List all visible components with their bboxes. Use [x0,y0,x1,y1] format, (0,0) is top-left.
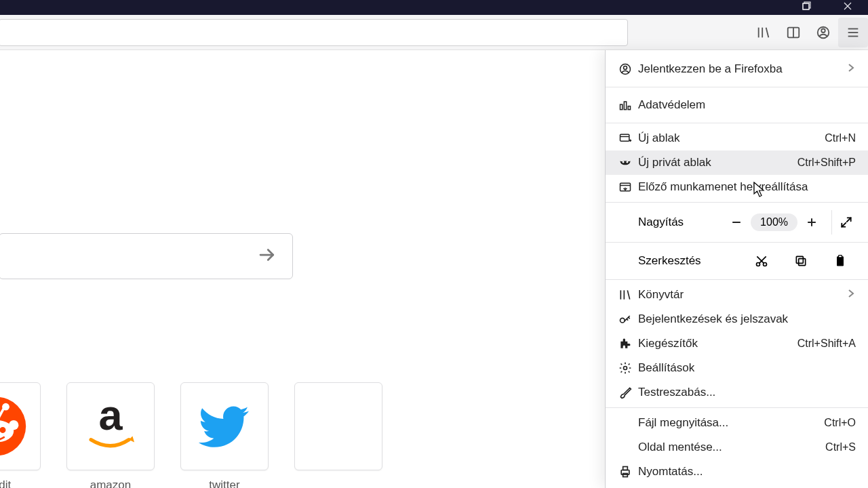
window-maximize-button[interactable] [787,0,827,12]
svg-point-11 [821,28,825,33]
zoom-out-button[interactable] [722,210,751,235]
menu-logins[interactable]: Bejelentkezések és jelszavak [606,307,868,331]
top-site-empty[interactable] [294,382,382,488]
zoom-in-button[interactable] [797,210,826,235]
fullscreen-button[interactable] [831,210,860,235]
browser-toolbar [0,15,868,50]
chevron-right-icon [846,62,856,76]
svg-point-54 [620,318,625,323]
menu-new-private-window[interactable]: Új privát ablak Ctrl+Shift+P [606,150,868,175]
printer-icon [615,465,635,479]
content-area: reddit a amazon twitter Jelentkezzen be … [0,50,868,488]
svg-point-58 [624,367,627,370]
svg-line-7 [766,27,769,37]
app-menu: Jelentkezzen be a Firefoxba Adatvédelem … [605,50,868,488]
home-search-box[interactable] [0,233,293,279]
svg-point-26 [624,66,627,69]
top-site-amazon[interactable]: a amazon [66,382,155,488]
chevron-right-icon [846,288,856,302]
svg-point-34 [623,161,625,163]
library-menu-icon [615,288,635,302]
top-sites: reddit a amazon twitter [0,382,382,488]
menu-settings[interactable]: Beállítások [606,356,868,380]
svg-rect-48 [796,256,803,263]
menu-print[interactable]: Nyomtatás... [606,460,868,484]
top-site-label: reddit [0,479,11,488]
menu-signin[interactable]: Jelentkezzen be a Firefoxba [606,54,868,84]
paste-button[interactable] [821,249,860,273]
svg-rect-60 [623,467,628,470]
top-site-reddit[interactable]: reddit [0,382,41,488]
window-titlebar [0,0,868,15]
menu-customize[interactable]: Testreszabás... [606,380,868,405]
menu-privacy[interactable]: Adatvédelem [606,90,868,120]
gear-icon [615,361,635,375]
search-submit-arrow-icon[interactable] [257,245,277,268]
menu-zoom-row: Nagyítás 100% [606,205,868,239]
menu-library[interactable]: Könyvtár [606,283,868,307]
svg-point-19 [9,420,18,430]
svg-text:a: a [98,396,123,439]
privacy-icon [615,98,635,112]
svg-rect-29 [628,106,630,110]
svg-line-53 [627,290,629,299]
svg-rect-27 [620,104,623,110]
puzzle-icon [615,337,635,350]
brush-icon [615,386,635,399]
svg-point-23 [2,403,9,411]
top-site-label: amazon [90,479,131,488]
library-icon[interactable] [749,18,778,47]
cut-button[interactable] [742,249,781,273]
new-window-icon [615,131,635,145]
svg-rect-50 [839,256,842,258]
svg-rect-47 [799,259,806,266]
menu-save-page[interactable]: Oldal mentése... Ctrl+S [606,435,868,460]
svg-rect-1 [803,3,809,9]
reader-view-icon[interactable] [778,18,808,47]
top-site-twitter[interactable]: twitter [180,382,269,488]
key-icon [615,312,635,326]
menu-open-file[interactable]: Fájl megnyitása... Ctrl+O [606,411,868,435]
account-circle-icon [615,62,635,76]
menu-new-window[interactable]: Új ablak Ctrl+N [606,126,868,150]
mask-icon [615,156,635,169]
url-bar[interactable] [0,19,628,46]
svg-line-56 [628,317,630,319]
url-input[interactable] [0,20,627,45]
svg-rect-28 [624,102,626,110]
copy-button[interactable] [781,249,821,273]
window-close-button[interactable] [827,0,868,12]
restore-icon [615,180,635,194]
account-icon[interactable] [808,18,838,47]
svg-rect-30 [620,134,629,141]
svg-point-35 [627,161,629,163]
menu-addons[interactable]: Kiegészítők Ctrl+Shift+A [606,331,868,356]
svg-line-57 [627,319,629,321]
top-site-label: twitter [209,479,239,488]
hamburger-menu-button[interactable] [838,18,868,47]
menu-restore-session[interactable]: Előző munkamenet helyreállítása [606,175,868,199]
menu-edit-row: Szerkesztés [606,245,868,277]
zoom-value[interactable]: 100% [751,214,797,231]
